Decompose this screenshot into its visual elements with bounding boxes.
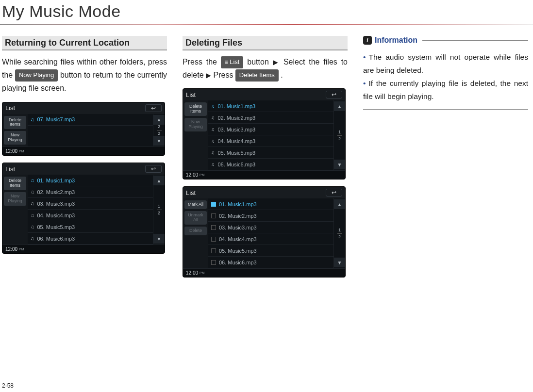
music-note-icon: ♫ — [31, 117, 34, 122]
list-item[interactable]: ♫02. Music2.mp3 — [28, 186, 153, 198]
scroll-down-icon[interactable]: ▼ — [153, 234, 165, 244]
list-item[interactable]: ♫06. Music6.mp3 — [28, 233, 153, 245]
screenshot-list-page2: List ↩ Delete Items Now Playing ♫07. Mus… — [2, 102, 165, 156]
info-icon: i — [363, 36, 372, 45]
list-item[interactable]: ♫07. Music7.mp3 — [28, 114, 153, 126]
page-total: 2 — [338, 137, 341, 141]
file-name: 05. Music5.mp3 — [37, 224, 75, 230]
page-indicator: 1 2 — [337, 209, 342, 258]
unmark-all-button[interactable]: Unmark All — [184, 211, 207, 225]
page-total: 2 — [338, 235, 341, 239]
column-information: i Information •The audio system will not… — [363, 36, 528, 278]
now-playing-button[interactable]: Now Playing — [184, 118, 207, 131]
deleting-paragraph: Press the List button ▶ Select the files… — [183, 55, 348, 82]
file-name: 04. Music4.mp3 — [218, 138, 256, 144]
scroll-up-icon[interactable]: ▲ — [334, 101, 345, 111]
delete-items-button[interactable]: Delete Items — [4, 116, 26, 130]
file-name: 06. Music6.mp3 — [218, 162, 256, 167]
delete-items-button[interactable]: Delete Items — [235, 69, 279, 82]
delete-button[interactable]: Delete — [184, 227, 207, 235]
file-name: 03. Music3.mp3 — [218, 127, 256, 132]
section-heading-returning: Returning to Current Location — [2, 36, 167, 50]
list-item[interactable]: 01. Music1.mp3 — [208, 198, 333, 210]
list-item[interactable]: ♫03. Music3.mp3 — [28, 198, 153, 210]
file-name: 02. Music2.mp3 — [37, 189, 75, 195]
now-playing-button[interactable]: Now Playing — [4, 192, 26, 206]
bullet-icon: • — [363, 79, 366, 87]
music-note-icon: ♫ — [31, 236, 34, 241]
list-item[interactable]: 03. Music3.mp3 — [208, 222, 333, 233]
checkbox-icon[interactable] — [211, 260, 216, 265]
section-heading-deleting: Deleting Files — [183, 36, 348, 50]
back-icon[interactable]: ↩ — [145, 165, 162, 173]
scroll-down-icon[interactable]: ▼ — [153, 136, 165, 146]
text: Press the — [183, 58, 221, 66]
column-deleting: Deleting Files Press the List button ▶ S… — [183, 36, 348, 278]
scroll-down-icon[interactable]: ▼ — [334, 160, 345, 169]
list-item[interactable]: 04. Music4.mp3 — [208, 233, 333, 245]
divider — [363, 109, 528, 110]
list-item[interactable]: ♫04. Music4.mp3 — [28, 210, 153, 221]
scroll-down-icon[interactable]: ▼ — [334, 258, 345, 267]
arrow-right-icon: ▶ — [273, 58, 280, 66]
info-text: If the currently playing file is deleted… — [363, 79, 528, 100]
checkbox-icon[interactable] — [211, 237, 216, 242]
music-note-icon: ♫ — [31, 224, 34, 229]
file-name: 02. Music2.mp3 — [219, 213, 257, 219]
info-text: The audio system will not operate while … — [363, 53, 528, 74]
list-item[interactable]: 06. Music6.mp3 — [208, 257, 333, 268]
ss-title: List — [5, 104, 145, 112]
checkbox-icon[interactable] — [211, 202, 216, 207]
page-indicator: 1 2 — [157, 185, 162, 234]
back-icon[interactable]: ↩ — [326, 189, 342, 196]
divider — [422, 40, 528, 41]
screenshot-list-deleteitems: List ↩ Delete Items Now Playing ♫01. Mus… — [183, 88, 346, 180]
ss-title: List — [186, 91, 326, 98]
file-name: 06. Music6.mp3 — [219, 260, 257, 265]
delete-items-button[interactable]: Delete Items — [4, 177, 26, 190]
text: . — [281, 71, 283, 79]
checkbox-icon[interactable] — [211, 248, 216, 253]
text: Press — [214, 71, 235, 79]
list-item[interactable]: ♫05. Music5.mp3 — [28, 221, 153, 233]
page-number: 2-58 — [2, 382, 14, 389]
clock: 12:00PM — [183, 268, 345, 277]
file-name: 07. Music7.mp3 — [37, 116, 75, 122]
back-icon[interactable]: ↩ — [145, 104, 162, 112]
list-button[interactable]: List — [221, 56, 244, 68]
file-name: 04. Music4.mp3 — [219, 236, 257, 242]
music-note-icon: ♫ — [211, 127, 215, 132]
file-name: 01. Music1.mp3 — [37, 178, 75, 183]
list-item[interactable]: ♫01. Music1.mp3 — [208, 100, 333, 112]
scroll-up-icon[interactable]: ▲ — [153, 176, 165, 185]
list-item[interactable]: ♫05. Music5.mp3 — [208, 147, 333, 159]
music-note-icon: ♫ — [211, 150, 215, 155]
file-name: 06. Music6.mp3 — [37, 236, 75, 242]
mark-all-button[interactable]: Mark All — [184, 200, 207, 209]
music-note-icon: ♫ — [211, 162, 215, 167]
scroll-up-icon[interactable]: ▲ — [334, 199, 345, 209]
file-name: 03. Music3.mp3 — [37, 201, 75, 207]
checkbox-icon[interactable] — [211, 225, 216, 230]
list-item[interactable]: ♫01. Music1.mp3 — [28, 175, 153, 186]
music-note-icon: ♫ — [31, 189, 34, 195]
list-item[interactable]: 02. Music2.mp3 — [208, 210, 333, 222]
text: button — [247, 58, 272, 66]
now-playing-button[interactable]: Now Playing — [15, 69, 58, 82]
now-playing-button[interactable]: Now Playing — [4, 131, 26, 145]
list-item[interactable]: ♫02. Music2.mp3 — [208, 112, 333, 124]
file-name: 04. Music4.mp3 — [37, 212, 75, 218]
list-item[interactable]: ♫06. Music6.mp3 — [208, 159, 333, 170]
scroll-up-icon[interactable]: ▲ — [153, 115, 165, 125]
back-icon[interactable]: ↩ — [326, 91, 342, 98]
music-note-icon: ♫ — [211, 115, 215, 120]
list-item[interactable]: 05. Music5.mp3 — [208, 245, 333, 257]
checkbox-icon[interactable] — [211, 213, 216, 218]
returning-paragraph: While searching files within other folde… — [2, 55, 167, 95]
list-item[interactable]: ♫03. Music3.mp3 — [208, 124, 333, 135]
column-returning: Returning to Current Location While sear… — [2, 36, 167, 278]
file-name: 05. Music5.mp3 — [218, 150, 256, 156]
file-name: 02. Music2.mp3 — [218, 115, 256, 121]
delete-items-button[interactable]: Delete Items — [184, 102, 207, 116]
list-item[interactable]: ♫04. Music4.mp3 — [208, 135, 333, 147]
